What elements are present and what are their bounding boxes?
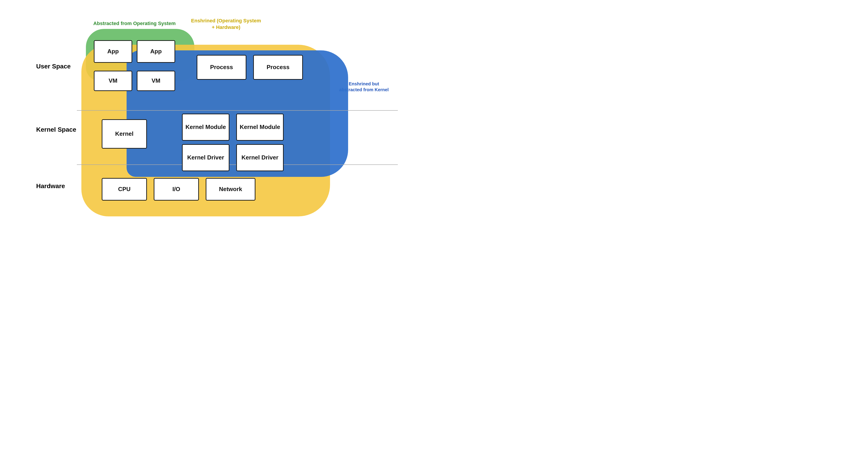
box-vm2: VM — [137, 71, 175, 91]
box-app2: App — [137, 40, 175, 63]
box-kernel-driver1: Kernel Driver — [182, 144, 229, 171]
box-io: I/O — [154, 178, 199, 201]
label-user-space: User Space — [36, 63, 71, 70]
box-kernel: Kernel — [102, 119, 147, 148]
box-process1: Process — [197, 55, 246, 80]
annotation-green: Abstracted from Operating System — [89, 20, 180, 27]
box-network: Network — [206, 178, 255, 201]
box-process2: Process — [253, 55, 303, 80]
box-app1: App — [94, 40, 132, 63]
box-cpu: CPU — [102, 178, 147, 201]
label-kernel-space: Kernel Space — [36, 126, 76, 133]
box-vm1: VM — [94, 71, 132, 91]
box-kernel-module1: Kernel Module — [182, 113, 229, 141]
divider-user-kernel — [77, 110, 398, 111]
diagram-container: Abstracted from Operating System Enshrin… — [36, 15, 398, 219]
box-kernel-module2: Kernel Module — [236, 113, 284, 141]
label-hardware: Hardware — [36, 182, 65, 190]
box-kernel-driver2: Kernel Driver — [236, 144, 284, 171]
annotation-yellow: Enshrined (Operating System + Hardware) — [190, 18, 262, 31]
